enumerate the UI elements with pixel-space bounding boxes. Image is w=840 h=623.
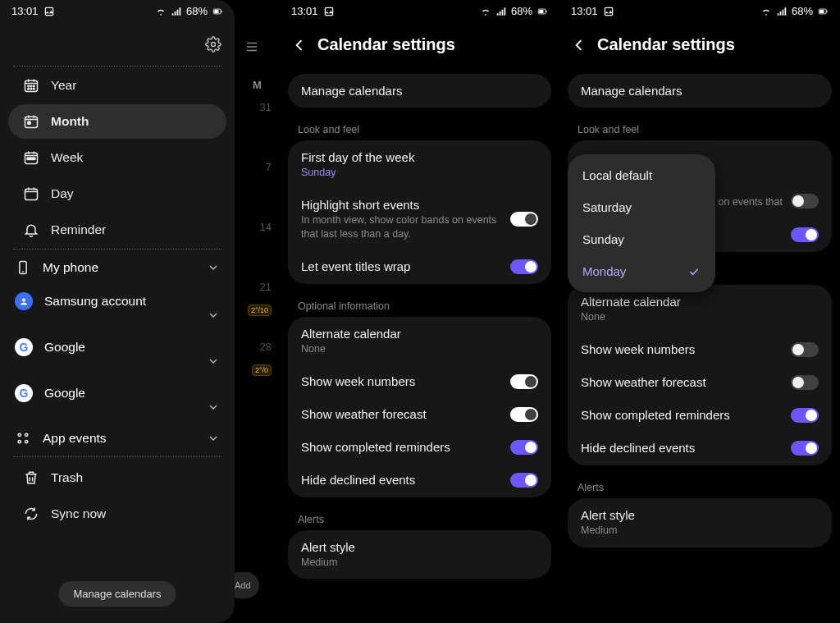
svg-point-19 — [18, 433, 21, 436]
account-samsung[interactable]: Samsung account — [0, 284, 235, 318]
row-hide-declined[interactable]: Hide declined events — [568, 433, 832, 465]
row-week-numbers[interactable]: Show week numbers — [288, 366, 551, 399]
toggle-highlight[interactable] — [510, 212, 538, 227]
settings-gear-icon[interactable] — [205, 36, 221, 53]
month-col-header: M — [235, 74, 280, 96]
row-title: Manage calendars — [581, 84, 819, 98]
svg-rect-3 — [221, 10, 221, 11]
row-title: Show weather forecast — [581, 375, 783, 389]
toggle-completed[interactable] — [791, 408, 819, 423]
toggle-wrap[interactable] — [510, 259, 538, 274]
row-weather-forecast[interactable]: Show weather forecast — [568, 367, 832, 400]
row-subtitle: None — [581, 310, 819, 324]
row-weather-forecast[interactable]: Show weather forecast — [288, 399, 551, 432]
toggle-week-numbers[interactable] — [791, 342, 819, 357]
row-manage-calendars[interactable]: Manage calendars — [288, 74, 551, 108]
toggle-wrap[interactable] — [791, 227, 819, 242]
row-title: Let event titles wrap — [301, 259, 502, 273]
account-google-1[interactable]: G Google — [0, 330, 235, 364]
nav-week[interactable]: Week — [8, 140, 226, 175]
account-google-2[interactable]: G Google — [0, 376, 235, 410]
row-hide-declined[interactable]: Hide declined events — [288, 465, 551, 497]
toggle-week-numbers[interactable] — [510, 374, 538, 389]
google-icon: G — [15, 338, 33, 356]
hamburger-icon[interactable] — [235, 31, 280, 74]
row-alert-style[interactable]: Alert style Medium — [288, 530, 551, 579]
back-chevron-icon[interactable] — [291, 37, 308, 53]
toggle-highlight[interactable] — [791, 194, 819, 208]
nav-label: Reminder — [51, 222, 106, 237]
signal-icon — [171, 6, 182, 17]
toggle-completed[interactable] — [510, 440, 538, 455]
battery-icon — [536, 6, 548, 17]
row-highlight-short-events[interactable]: Highlight short events In month view, sh… — [288, 190, 551, 251]
panel-settings: 13:01 68% Calendar settings Manage calen… — [280, 0, 559, 623]
row-first-day[interactable]: First day of the week Sunday — [288, 140, 551, 190]
calendar-year-icon — [23, 77, 39, 94]
nav-day[interactable]: Day — [8, 176, 226, 211]
row-subtitle: In month view, show color bands on event… — [301, 213, 502, 241]
popup-option-saturday[interactable]: Saturday — [568, 191, 715, 223]
toggle-weather[interactable] — [510, 407, 538, 422]
toggle-declined[interactable] — [791, 441, 819, 456]
nav-label: Trash — [51, 470, 83, 485]
section-look-and-feel: Look and feel — [280, 119, 559, 140]
popup-option-sunday[interactable]: Sunday — [568, 223, 715, 255]
manage-calendars-button[interactable]: Manage calendars — [59, 581, 176, 607]
back-chevron-icon[interactable] — [571, 37, 587, 53]
row-title: Alternate calendar — [301, 327, 538, 341]
row-title: Highlight short events — [301, 198, 502, 212]
check-icon — [687, 265, 701, 278]
status-time-group: 13:01 — [11, 5, 55, 17]
month-bg: M 31 7 14 212°/10 282°/0 Add — [235, 0, 280, 623]
nav-year[interactable]: Year — [8, 68, 226, 103]
nav-trash[interactable]: Trash — [8, 460, 226, 495]
account-app-events[interactable]: App events — [0, 422, 235, 455]
divider — [13, 249, 221, 250]
popup-label: Saturday — [582, 200, 632, 214]
status-time: 13:01 — [11, 5, 39, 17]
section-look-and-feel: Look and feel — [559, 119, 840, 140]
row-completed-reminders[interactable]: Show completed reminders — [288, 432, 551, 465]
row-subtitle: Sunday — [301, 166, 538, 180]
row-alternate-calendar[interactable]: Alternate calendar None — [288, 317, 551, 366]
google-icon: G — [15, 384, 33, 402]
toggle-weather[interactable] — [791, 375, 819, 390]
toggle-declined[interactable] — [510, 473, 538, 488]
status-time-group: 13:01 — [291, 5, 335, 17]
row-completed-reminders[interactable]: Show completed reminders — [568, 400, 832, 433]
row-subtitle: Medium — [581, 524, 819, 538]
svg-point-18 — [22, 299, 25, 302]
svg-rect-12 — [25, 117, 38, 127]
svg-point-9 — [28, 88, 30, 89]
nav-reminder[interactable]: Reminder — [8, 213, 226, 247]
month-day: 282°/0 — [235, 336, 280, 396]
sync-icon — [23, 506, 39, 522]
row-let-titles-wrap[interactable]: Let event titles wrap — [288, 251, 551, 284]
chevron-down-icon — [207, 401, 220, 414]
panel-sidebar: M 31 7 14 212°/10 282°/0 Add 13:01 68% — [0, 0, 280, 623]
account-myphone[interactable]: My phone — [0, 251, 235, 284]
row-manage-calendars[interactable]: Manage calendars — [568, 74, 832, 108]
signal-icon — [776, 6, 788, 17]
popup-label: Local default — [582, 168, 652, 182]
account-label: App events — [43, 431, 195, 446]
account-label: Google — [44, 386, 195, 401]
svg-point-8 — [34, 85, 35, 87]
samsung-account-icon — [15, 292, 33, 310]
nav-sync-now[interactable]: Sync now — [8, 497, 226, 531]
status-time: 13:01 — [291, 5, 318, 17]
svg-point-20 — [25, 433, 28, 436]
svg-point-6 — [28, 85, 30, 87]
nav-month[interactable]: Month — [8, 104, 226, 139]
popup-option-local-default[interactable]: Local default — [568, 159, 715, 191]
wifi-icon — [155, 6, 167, 17]
row-alert-style[interactable]: Alert style Medium — [568, 498, 832, 547]
chevron-down-icon — [207, 309, 220, 322]
popup-option-monday[interactable]: Monday — [568, 255, 715, 287]
row-week-numbers[interactable]: Show week numbers — [568, 334, 832, 367]
popup-label: Sunday — [582, 232, 624, 246]
page-title: Calendar settings — [317, 35, 455, 54]
section-optional: Optional information — [280, 295, 559, 317]
month-day: 7 — [235, 156, 280, 216]
